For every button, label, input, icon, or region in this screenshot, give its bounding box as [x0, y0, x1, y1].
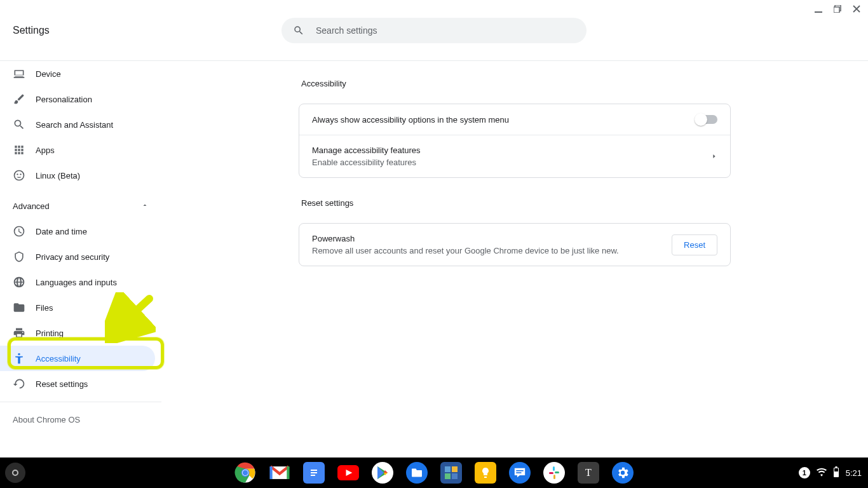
sidebar-advanced-label: Advanced [13, 201, 50, 211]
chevron-right-icon [711, 152, 717, 161]
svg-rect-36 [549, 472, 553, 474]
sidebar-item-label: Accessibility [36, 354, 81, 363]
globe-icon [13, 276, 25, 288]
sidebar-item-label: Personalization [36, 95, 92, 104]
shelf-app-files[interactable] [406, 462, 428, 484]
sidebar-item-reset-settings[interactable]: Reset settings [0, 371, 161, 396]
sidebar-item-label: Apps [36, 146, 55, 155]
search-input[interactable]: Search settings [281, 18, 587, 43]
accessibility-icon [13, 352, 25, 365]
print-icon [13, 327, 25, 339]
sidebar-divider [0, 402, 161, 402]
svg-rect-27 [445, 466, 451, 472]
manage-accessibility-row[interactable]: Manage accessibility features Enable acc… [299, 135, 730, 177]
section-title-accessibility: Accessibility [301, 79, 731, 88]
launcher-icon [12, 470, 18, 476]
shelf-app-messages[interactable] [509, 462, 531, 484]
search-icon [13, 118, 25, 131]
svg-point-5 [20, 173, 21, 175]
sidebar-item-linux[interactable]: Linux (Beta) [0, 163, 161, 188]
svg-rect-15 [287, 466, 289, 479]
toggle-knob [695, 113, 707, 126]
sidebar-item-search-assistant[interactable]: Search and Assistant [0, 112, 161, 137]
sidebar-item-date-time[interactable]: Date and time [0, 219, 161, 244]
sidebar-item-label: Search and Assistant [36, 120, 113, 130]
svg-point-6 [18, 353, 20, 355]
brush-icon [13, 93, 25, 105]
sidebar-advanced-toggle[interactable]: Advanced [0, 193, 161, 219]
sidebar-item-label: Languages and inputs [36, 278, 117, 287]
manage-accessibility-sub: Enable accessibility features [312, 158, 711, 167]
section-title-reset: Reset settings [301, 198, 731, 208]
sidebar-item-personalization[interactable]: Personalization [0, 86, 161, 112]
shelf-app-youtube[interactable] [337, 462, 359, 484]
shelf-app-slack[interactable] [543, 462, 565, 484]
status-tray[interactable]: 1 5:21 [799, 466, 862, 480]
sidebar-about-label: About Chrome OS [13, 415, 80, 424]
powerwash-label: Powerwash [312, 234, 672, 243]
sidebar-item-accessibility[interactable]: Accessibility [0, 346, 155, 371]
laptop-icon [13, 67, 25, 80]
page-title: Settings [13, 25, 50, 36]
shelf-app-docs[interactable] [303, 462, 325, 484]
sidebar-item-printing[interactable]: Printing [0, 320, 161, 346]
sidebar-about[interactable]: About Chrome OS [0, 407, 161, 432]
sidebar-item-label: Linux (Beta) [36, 171, 80, 180]
svg-rect-17 [311, 470, 317, 471]
notification-badge: 1 [799, 467, 810, 478]
svg-rect-32 [516, 472, 521, 473]
powerwash-row: Powerwash Remove all user accounts and r… [299, 224, 730, 266]
sidebar-item-languages-inputs[interactable]: Languages and inputs [0, 269, 161, 295]
svg-rect-38 [835, 466, 837, 468]
shelf-app-terminal[interactable]: T [578, 462, 599, 484]
shelf-app-play[interactable] [372, 462, 393, 484]
svg-rect-29 [445, 473, 451, 479]
shield-icon [13, 250, 25, 263]
search-placeholder: Search settings [316, 25, 377, 36]
linux-icon [13, 169, 25, 182]
shelf-app-chrome[interactable] [234, 462, 256, 484]
svg-rect-28 [452, 466, 458, 472]
status-time: 5:21 [846, 468, 862, 478]
svg-point-13 [243, 470, 248, 476]
search-icon [293, 25, 304, 36]
launcher-button[interactable] [5, 463, 25, 483]
shelf-app-settings[interactable] [612, 462, 634, 484]
apps-grid-icon [13, 144, 25, 156]
sidebar-item-privacy-security[interactable]: Privacy and security [0, 244, 161, 269]
wifi-icon [817, 468, 827, 478]
sidebar-item-label: Printing [36, 329, 64, 338]
shelf-apps: T [234, 462, 634, 484]
sidebar-item-device[interactable]: Device [0, 61, 161, 86]
shelf-app-keep[interactable] [475, 462, 496, 484]
svg-rect-14 [269, 466, 272, 479]
svg-rect-35 [553, 475, 555, 479]
chevron-up-icon [141, 201, 149, 211]
powerwash-sub: Remove all user accounts and reset your … [312, 246, 672, 255]
sidebar-item-label: Reset settings [36, 379, 88, 389]
battery-icon [833, 466, 839, 480]
restore-icon [13, 377, 25, 390]
accessibility-toggle-row[interactable]: Always show accessibility options in the… [299, 104, 730, 135]
header-bar: Settings Search settings [0, 0, 868, 61]
sidebar-item-label: Date and time [36, 227, 87, 236]
sidebar: Device Personalization Search and Assist… [0, 61, 161, 458]
svg-marker-23 [377, 466, 384, 479]
manage-accessibility-label: Manage accessibility features [312, 146, 711, 155]
sidebar-item-files[interactable]: Files [0, 295, 161, 320]
svg-point-4 [17, 173, 18, 175]
svg-rect-33 [553, 466, 555, 471]
reset-button[interactable]: Reset [672, 234, 717, 255]
sidebar-item-label: Privacy and security [36, 252, 109, 262]
svg-rect-19 [311, 475, 315, 476]
clock-icon [13, 225, 25, 238]
sidebar-item-label: Files [36, 303, 53, 313]
accessibility-card: Always show accessibility options in the… [299, 104, 731, 178]
folder-icon [13, 301, 25, 314]
shelf-app-calculator[interactable] [440, 462, 462, 484]
sidebar-item-apps[interactable]: Apps [0, 137, 161, 163]
accessibility-toggle-label: Always show accessibility options in the… [312, 115, 696, 125]
sidebar-item-label: Device [36, 69, 61, 79]
accessibility-toggle[interactable] [696, 115, 717, 124]
shelf-app-gmail[interactable] [269, 462, 290, 484]
